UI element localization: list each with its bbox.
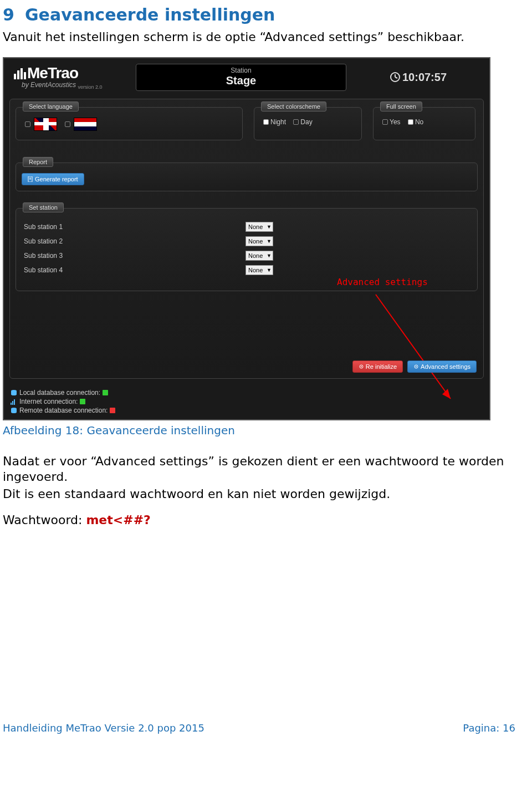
setstation-legend: Set station	[23, 202, 64, 212]
section-title-text: Geavanceerde instellingen	[25, 5, 275, 24]
report-fieldset: Report Generate report	[16, 163, 478, 191]
substation-row: Sub station 3 None▼	[22, 248, 472, 263]
substation-row: Sub station 1 None▼	[22, 220, 472, 234]
database-icon	[11, 407, 17, 414]
station-label: Station	[136, 67, 346, 74]
language-fieldset: Select language	[16, 107, 243, 140]
svg-rect-2	[21, 68, 23, 79]
chevron-down-icon: ▼	[267, 267, 272, 273]
svg-rect-19	[11, 403, 12, 405]
intro-paragraph: Vanuit het instellingen scherm is de opt…	[3, 30, 515, 44]
fullscreen-fieldset: Full screen Yes No	[373, 107, 475, 140]
svg-line-6	[395, 77, 397, 78]
settings-panel: Select language Select colorscheme Night…	[9, 99, 484, 379]
full-radio-yes[interactable]	[382, 119, 388, 125]
svg-point-24	[11, 411, 17, 413]
svg-rect-21	[14, 399, 15, 405]
body-paragraph-1: Nadat er voor “Advanced settings” is gek…	[3, 454, 515, 484]
station-value: Stage	[136, 74, 346, 87]
database-icon	[11, 389, 17, 396]
gear-icon	[359, 364, 364, 369]
svg-rect-3	[24, 72, 26, 79]
clock: 10:07:57	[357, 71, 479, 84]
color-radio-night[interactable]	[263, 119, 269, 125]
substation-row: Sub station 4 None▼	[22, 263, 472, 277]
generate-report-button[interactable]: Generate report	[22, 173, 84, 185]
annotation-label: Advanced settings	[337, 277, 428, 287]
section-heading: 9Geavanceerde instellingen	[3, 5, 515, 24]
language-legend: Select language	[23, 101, 79, 111]
status-dot-green	[80, 399, 85, 404]
chevron-down-icon: ▼	[267, 253, 272, 258]
substation-select-4[interactable]: None▼	[245, 265, 273, 275]
body-paragraph-2: Dit is een standaard wachtwoord en kan n…	[3, 486, 515, 502]
lang-radio-en[interactable]	[25, 121, 30, 127]
status-dot-red	[110, 408, 115, 413]
clock-icon	[390, 72, 400, 82]
color-radio-day[interactable]	[293, 119, 299, 125]
reinitialize-button[interactable]: Re initialize	[352, 361, 403, 373]
station-display: Station Stage	[136, 64, 346, 91]
fullscreen-legend: Full screen	[380, 101, 422, 111]
flag-nl-icon[interactable]	[74, 118, 97, 131]
substation-select-1[interactable]: None▼	[245, 222, 273, 232]
svg-line-10	[376, 295, 451, 399]
svg-point-13	[361, 366, 362, 367]
gear-icon	[413, 364, 419, 369]
footer-right: Pagina: 16	[463, 722, 515, 734]
password-line: Wachtwoord: met<##?	[3, 513, 515, 527]
chevron-down-icon: ▼	[267, 238, 272, 244]
substation-select-3[interactable]: None▼	[245, 251, 273, 261]
svg-marker-11	[442, 389, 451, 399]
status-dot-green	[103, 390, 108, 395]
substation-select-2[interactable]: None▼	[245, 236, 273, 246]
chevron-down-icon: ▼	[267, 224, 272, 230]
full-radio-no[interactable]	[408, 119, 413, 125]
figure-caption: Afbeelding 18: Geavanceerde instellingen	[3, 424, 515, 437]
app-logo: MeTrao by EventAcoustics version 2.0	[14, 64, 125, 90]
annotation-arrow-icon	[354, 288, 464, 410]
signal-icon	[11, 398, 17, 405]
svg-rect-20	[12, 401, 13, 405]
colorscheme-fieldset: Select colorscheme Night Day	[254, 107, 362, 140]
app-screenshot: MeTrao by EventAcoustics version 2.0 Sta…	[3, 57, 490, 420]
logo-text: MeTrao	[27, 64, 78, 82]
svg-point-18	[11, 393, 17, 395]
svg-point-15	[416, 366, 417, 367]
password-label: Wachtwoord:	[3, 513, 86, 527]
password-value: met<##?	[86, 513, 150, 527]
colorscheme-legend: Select colorscheme	[261, 101, 326, 111]
footer-left: Handleiding MeTrao Versie 2.0 pop 2015	[3, 722, 204, 734]
advanced-settings-button[interactable]: Advanced settings	[407, 361, 477, 373]
section-number: 9	[3, 5, 25, 24]
report-icon	[28, 176, 33, 182]
app-header: MeTrao by EventAcoustics version 2.0 Sta…	[4, 58, 489, 95]
flag-uk-icon[interactable]	[34, 118, 57, 131]
svg-rect-0	[14, 74, 16, 79]
report-legend: Report	[23, 157, 53, 167]
svg-rect-1	[17, 70, 19, 79]
page-footer: Handleiding MeTrao Versie 2.0 pop 2015 P…	[3, 722, 515, 734]
substation-row: Sub station 2 None▼	[22, 234, 472, 248]
status-bar: Local database connection: Internet conn…	[11, 388, 115, 415]
lang-radio-nl[interactable]	[65, 121, 70, 127]
